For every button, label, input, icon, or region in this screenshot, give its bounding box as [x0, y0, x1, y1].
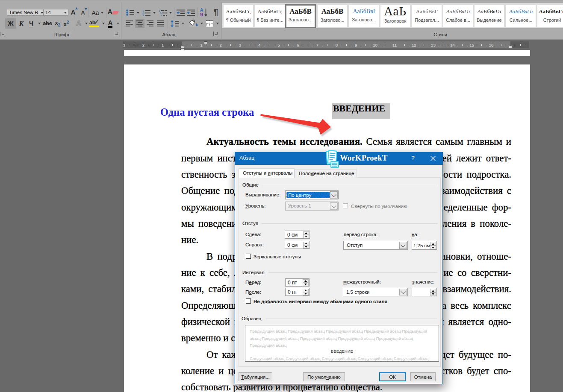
- svg-text:Я: Я: [200, 12, 203, 17]
- svg-text:3: 3: [142, 14, 144, 16]
- svg-text:А: А: [200, 8, 203, 12]
- svg-text:i: i: [161, 14, 162, 16]
